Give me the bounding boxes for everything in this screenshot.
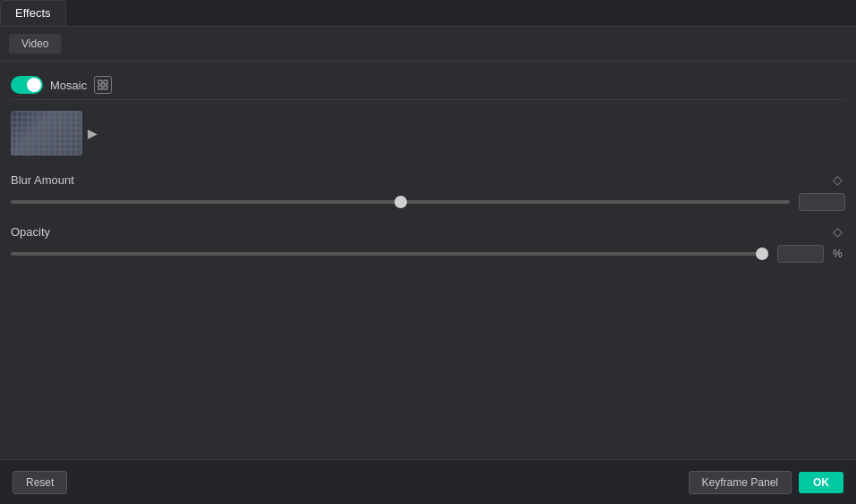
svg-rect-2: [98, 86, 102, 89]
tab-effects[interactable]: Effects: [0, 0, 66, 26]
blur-amount-slider-row: 50: [11, 193, 845, 211]
opacity-slider[interactable]: [11, 252, 768, 256]
content-area: Mosaic ▶ Blur Amount ◇ 50 Opacity ◇: [0, 62, 856, 284]
opacity-slider-row: 100 %: [11, 245, 845, 263]
svg-rect-0: [98, 80, 102, 84]
opacity-unit: %: [833, 248, 845, 260]
bottom-right-actions: Keyframe Panel OK: [689, 471, 843, 494]
opacity-section: Opacity ◇ 100 %: [11, 223, 845, 263]
blur-amount-section: Blur Amount ◇ 50: [11, 172, 845, 211]
tab-bar: Effects: [0, 0, 856, 27]
blur-amount-slider[interactable]: [11, 200, 790, 204]
sub-tab-bar: Video: [0, 27, 856, 62]
mosaic-toggle[interactable]: [11, 76, 43, 94]
mosaic-row: Mosaic: [11, 71, 845, 100]
mosaic-label: Mosaic: [50, 79, 87, 92]
keyframe-panel-button[interactable]: Keyframe Panel: [689, 471, 792, 494]
bottom-bar: Reset Keyframe Panel OK: [0, 459, 856, 504]
blur-amount-header: Blur Amount ◇: [11, 172, 845, 188]
blur-amount-label: Blur Amount: [11, 173, 74, 187]
expand-arrow-icon[interactable]: ▶: [88, 126, 97, 140]
opacity-label: Opacity: [11, 225, 50, 239]
opacity-value[interactable]: 100: [777, 245, 824, 263]
svg-rect-1: [104, 80, 107, 84]
reset-button[interactable]: Reset: [13, 471, 67, 494]
opacity-keyframe-btn[interactable]: ◇: [829, 223, 845, 239]
sub-tab-video[interactable]: Video: [9, 34, 61, 54]
blur-amount-value[interactable]: 50: [799, 193, 845, 211]
preview-area: ▶: [11, 111, 845, 155]
opacity-header: Opacity ◇: [11, 223, 845, 239]
ok-button[interactable]: OK: [799, 472, 843, 493]
mosaic-settings-icon[interactable]: [94, 76, 112, 94]
effect-thumbnail: [11, 111, 82, 155]
blur-amount-keyframe-btn[interactable]: ◇: [829, 172, 845, 188]
svg-rect-3: [104, 86, 107, 89]
